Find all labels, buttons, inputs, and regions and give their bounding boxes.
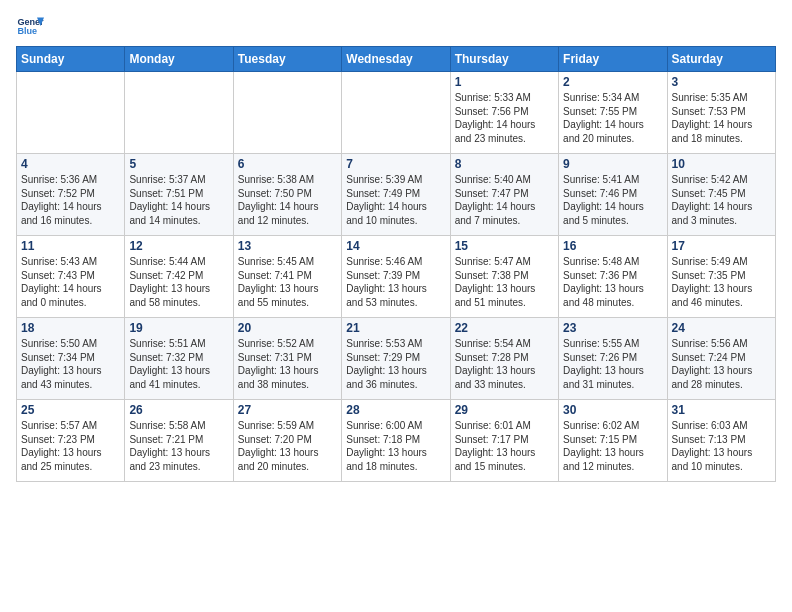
calendar-cell: 1Sunrise: 5:33 AMSunset: 7:56 PMDaylight… [450, 72, 558, 154]
day-number: 9 [563, 157, 662, 171]
day-info: Sunrise: 5:56 AMSunset: 7:24 PMDaylight:… [672, 337, 771, 391]
weekday-header: Sunday [17, 47, 125, 72]
calendar-cell: 28Sunrise: 6:00 AMSunset: 7:18 PMDayligh… [342, 400, 450, 482]
calendar-cell: 29Sunrise: 6:01 AMSunset: 7:17 PMDayligh… [450, 400, 558, 482]
weekday-header: Thursday [450, 47, 558, 72]
day-info: Sunrise: 5:37 AMSunset: 7:51 PMDaylight:… [129, 173, 228, 227]
calendar-cell: 22Sunrise: 5:54 AMSunset: 7:28 PMDayligh… [450, 318, 558, 400]
day-number: 18 [21, 321, 120, 335]
day-number: 10 [672, 157, 771, 171]
calendar-week-row: 1Sunrise: 5:33 AMSunset: 7:56 PMDaylight… [17, 72, 776, 154]
day-number: 15 [455, 239, 554, 253]
calendar-cell: 31Sunrise: 6:03 AMSunset: 7:13 PMDayligh… [667, 400, 775, 482]
day-number: 16 [563, 239, 662, 253]
calendar-cell: 5Sunrise: 5:37 AMSunset: 7:51 PMDaylight… [125, 154, 233, 236]
day-number: 7 [346, 157, 445, 171]
day-info: Sunrise: 5:46 AMSunset: 7:39 PMDaylight:… [346, 255, 445, 309]
day-number: 12 [129, 239, 228, 253]
day-number: 27 [238, 403, 337, 417]
calendar-cell: 18Sunrise: 5:50 AMSunset: 7:34 PMDayligh… [17, 318, 125, 400]
weekday-header: Tuesday [233, 47, 341, 72]
day-info: Sunrise: 5:47 AMSunset: 7:38 PMDaylight:… [455, 255, 554, 309]
day-info: Sunrise: 5:41 AMSunset: 7:46 PMDaylight:… [563, 173, 662, 227]
day-info: Sunrise: 5:34 AMSunset: 7:55 PMDaylight:… [563, 91, 662, 145]
calendar-cell [342, 72, 450, 154]
header: General Blue [16, 12, 776, 40]
day-number: 5 [129, 157, 228, 171]
calendar-cell: 2Sunrise: 5:34 AMSunset: 7:55 PMDaylight… [559, 72, 667, 154]
calendar-cell [17, 72, 125, 154]
calendar-cell: 6Sunrise: 5:38 AMSunset: 7:50 PMDaylight… [233, 154, 341, 236]
calendar-cell: 7Sunrise: 5:39 AMSunset: 7:49 PMDaylight… [342, 154, 450, 236]
page: General Blue SundayMondayTuesdayWednesda… [0, 0, 792, 490]
day-info: Sunrise: 5:33 AMSunset: 7:56 PMDaylight:… [455, 91, 554, 145]
day-info: Sunrise: 5:39 AMSunset: 7:49 PMDaylight:… [346, 173, 445, 227]
day-number: 4 [21, 157, 120, 171]
calendar-cell [125, 72, 233, 154]
calendar-week-row: 25Sunrise: 5:57 AMSunset: 7:23 PMDayligh… [17, 400, 776, 482]
day-info: Sunrise: 5:59 AMSunset: 7:20 PMDaylight:… [238, 419, 337, 473]
day-info: Sunrise: 5:35 AMSunset: 7:53 PMDaylight:… [672, 91, 771, 145]
calendar-week-row: 18Sunrise: 5:50 AMSunset: 7:34 PMDayligh… [17, 318, 776, 400]
day-number: 28 [346, 403, 445, 417]
day-number: 21 [346, 321, 445, 335]
day-info: Sunrise: 6:02 AMSunset: 7:15 PMDaylight:… [563, 419, 662, 473]
day-info: Sunrise: 5:44 AMSunset: 7:42 PMDaylight:… [129, 255, 228, 309]
day-number: 11 [21, 239, 120, 253]
calendar-cell: 9Sunrise: 5:41 AMSunset: 7:46 PMDaylight… [559, 154, 667, 236]
day-number: 22 [455, 321, 554, 335]
calendar-week-row: 11Sunrise: 5:43 AMSunset: 7:43 PMDayligh… [17, 236, 776, 318]
calendar-cell: 8Sunrise: 5:40 AMSunset: 7:47 PMDaylight… [450, 154, 558, 236]
day-number: 29 [455, 403, 554, 417]
calendar-cell [233, 72, 341, 154]
calendar-body: 1Sunrise: 5:33 AMSunset: 7:56 PMDaylight… [17, 72, 776, 482]
day-number: 13 [238, 239, 337, 253]
calendar-cell: 25Sunrise: 5:57 AMSunset: 7:23 PMDayligh… [17, 400, 125, 482]
calendar-cell: 11Sunrise: 5:43 AMSunset: 7:43 PMDayligh… [17, 236, 125, 318]
day-number: 24 [672, 321, 771, 335]
day-number: 8 [455, 157, 554, 171]
calendar-cell: 20Sunrise: 5:52 AMSunset: 7:31 PMDayligh… [233, 318, 341, 400]
day-info: Sunrise: 5:38 AMSunset: 7:50 PMDaylight:… [238, 173, 337, 227]
logo: General Blue [16, 12, 46, 40]
day-info: Sunrise: 5:36 AMSunset: 7:52 PMDaylight:… [21, 173, 120, 227]
weekday-header: Saturday [667, 47, 775, 72]
day-info: Sunrise: 5:53 AMSunset: 7:29 PMDaylight:… [346, 337, 445, 391]
weekday-header: Monday [125, 47, 233, 72]
calendar-cell: 19Sunrise: 5:51 AMSunset: 7:32 PMDayligh… [125, 318, 233, 400]
calendar-cell: 12Sunrise: 5:44 AMSunset: 7:42 PMDayligh… [125, 236, 233, 318]
day-number: 17 [672, 239, 771, 253]
day-info: Sunrise: 5:43 AMSunset: 7:43 PMDaylight:… [21, 255, 120, 309]
calendar-cell: 26Sunrise: 5:58 AMSunset: 7:21 PMDayligh… [125, 400, 233, 482]
day-number: 6 [238, 157, 337, 171]
day-info: Sunrise: 6:01 AMSunset: 7:17 PMDaylight:… [455, 419, 554, 473]
svg-text:Blue: Blue [17, 26, 37, 36]
day-number: 26 [129, 403, 228, 417]
day-number: 19 [129, 321, 228, 335]
calendar-cell: 15Sunrise: 5:47 AMSunset: 7:38 PMDayligh… [450, 236, 558, 318]
day-info: Sunrise: 5:50 AMSunset: 7:34 PMDaylight:… [21, 337, 120, 391]
weekday-header: Wednesday [342, 47, 450, 72]
calendar-cell: 16Sunrise: 5:48 AMSunset: 7:36 PMDayligh… [559, 236, 667, 318]
calendar-cell: 17Sunrise: 5:49 AMSunset: 7:35 PMDayligh… [667, 236, 775, 318]
calendar-week-row: 4Sunrise: 5:36 AMSunset: 7:52 PMDaylight… [17, 154, 776, 236]
day-info: Sunrise: 5:52 AMSunset: 7:31 PMDaylight:… [238, 337, 337, 391]
calendar-cell: 21Sunrise: 5:53 AMSunset: 7:29 PMDayligh… [342, 318, 450, 400]
day-info: Sunrise: 5:45 AMSunset: 7:41 PMDaylight:… [238, 255, 337, 309]
calendar-cell: 14Sunrise: 5:46 AMSunset: 7:39 PMDayligh… [342, 236, 450, 318]
day-info: Sunrise: 5:49 AMSunset: 7:35 PMDaylight:… [672, 255, 771, 309]
calendar-header: SundayMondayTuesdayWednesdayThursdayFrid… [17, 47, 776, 72]
weekday-header: Friday [559, 47, 667, 72]
day-info: Sunrise: 5:54 AMSunset: 7:28 PMDaylight:… [455, 337, 554, 391]
day-number: 23 [563, 321, 662, 335]
calendar-cell: 24Sunrise: 5:56 AMSunset: 7:24 PMDayligh… [667, 318, 775, 400]
day-info: Sunrise: 5:57 AMSunset: 7:23 PMDaylight:… [21, 419, 120, 473]
calendar-cell: 3Sunrise: 5:35 AMSunset: 7:53 PMDaylight… [667, 72, 775, 154]
day-info: Sunrise: 5:48 AMSunset: 7:36 PMDaylight:… [563, 255, 662, 309]
day-info: Sunrise: 5:55 AMSunset: 7:26 PMDaylight:… [563, 337, 662, 391]
day-info: Sunrise: 6:03 AMSunset: 7:13 PMDaylight:… [672, 419, 771, 473]
day-number: 25 [21, 403, 120, 417]
calendar-table: SundayMondayTuesdayWednesdayThursdayFrid… [16, 46, 776, 482]
calendar-cell: 13Sunrise: 5:45 AMSunset: 7:41 PMDayligh… [233, 236, 341, 318]
day-number: 14 [346, 239, 445, 253]
